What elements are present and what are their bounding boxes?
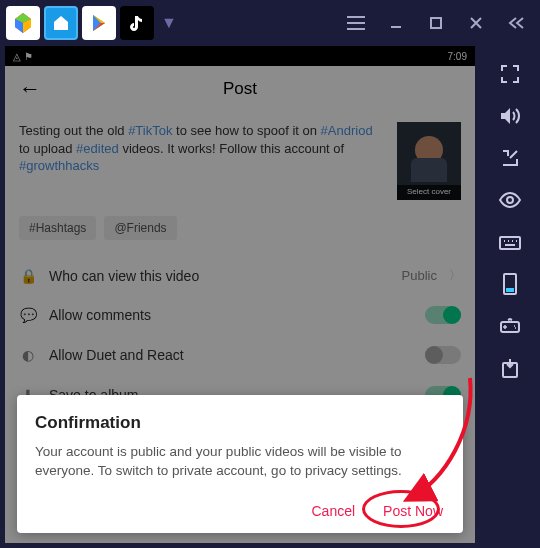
- menu-icon[interactable]: [338, 5, 374, 41]
- fullscreen-icon[interactable]: [498, 62, 522, 86]
- collapse-sidebar-icon[interactable]: [498, 5, 534, 41]
- bluestacks-icon[interactable]: [6, 6, 40, 40]
- minimize-icon[interactable]: [378, 5, 414, 41]
- cancel-button[interactable]: Cancel: [309, 499, 357, 523]
- close-icon[interactable]: [458, 5, 494, 41]
- post-now-button[interactable]: Post Now: [381, 499, 445, 523]
- play-store-icon[interactable]: [82, 6, 116, 40]
- svg-rect-0: [431, 18, 441, 28]
- svg-rect-4: [506, 288, 514, 292]
- dialog-message: Your account is public and your public v…: [35, 443, 445, 481]
- phone-screen: ◬ ⚑ 7:09 ← Post Testing out the old #Tik…: [5, 46, 475, 543]
- launcher-icon[interactable]: [44, 6, 78, 40]
- gamepad-icon[interactable]: [498, 314, 522, 338]
- emulator-sidebar: [480, 46, 540, 543]
- tiktok-icon[interactable]: [120, 6, 154, 40]
- svg-point-1: [507, 197, 513, 203]
- maximize-icon[interactable]: [418, 5, 454, 41]
- app-dropdown-icon[interactable]: ▼: [158, 6, 180, 40]
- confirmation-dialog: Confirmation Your account is public and …: [17, 395, 463, 533]
- keyboard-icon[interactable]: [498, 230, 522, 254]
- install-icon[interactable]: [498, 356, 522, 380]
- emulator-titlebar: ▼: [0, 0, 540, 46]
- dialog-title: Confirmation: [35, 413, 445, 433]
- svg-rect-2: [500, 237, 520, 249]
- device-icon[interactable]: [498, 272, 522, 296]
- volume-icon[interactable]: [498, 104, 522, 128]
- eye-icon[interactable]: [498, 188, 522, 212]
- location-icon[interactable]: [498, 146, 522, 170]
